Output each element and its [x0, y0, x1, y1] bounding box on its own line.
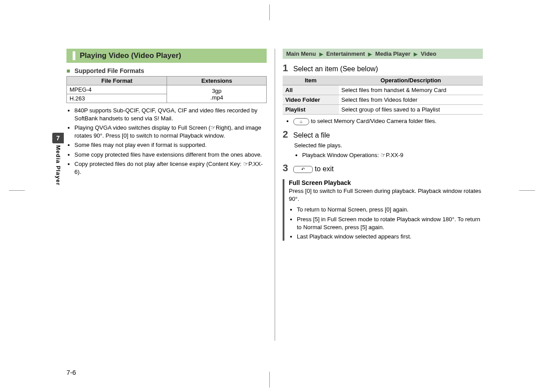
page-number: 7-6 — [66, 369, 76, 376]
crumb: Main Menu — [286, 50, 316, 57]
table-cell-extensions: 3gp .mp4 — [167, 85, 267, 103]
table-cell-format: MPEG-4 — [67, 85, 167, 94]
table-header-extensions: Extensions — [167, 77, 267, 85]
note-item: Playing QVGA video switches display to F… — [74, 124, 267, 139]
heading-accent — [73, 51, 75, 60]
crumb: Video — [421, 50, 436, 57]
step-number: 2 — [283, 129, 293, 140]
chapter-number: 7 — [52, 133, 64, 143]
crumb: Entertainment — [326, 50, 365, 57]
step-text: Select a file — [293, 131, 330, 139]
format-notes-list: 840P supports Sub-QCIF, QCIF, QVGA, CIF … — [66, 107, 267, 176]
full-screen-callout: Full Screen Playback Press [0] to switch… — [283, 179, 483, 241]
chapter-tab: 7 Media Player — [52, 133, 64, 186]
subheading-text: Supported File Formats — [74, 67, 144, 74]
ext-line-1: 3gp — [212, 88, 221, 94]
step-text: ↶ to exit — [293, 165, 334, 173]
step-3: 3 ↶ to exit — [283, 162, 483, 174]
softkey-icon: ⌂ — [293, 118, 309, 125]
chapter-label: Media Player — [55, 145, 62, 186]
desc-cell: Select group of files saved to a Playlis… — [339, 105, 483, 115]
table-cell-format: H.263 — [67, 94, 167, 103]
note-item: Last Playback window selected appears fi… — [297, 233, 483, 241]
column-divider — [275, 49, 275, 341]
note-item: Some copy protected files have extension… — [74, 151, 267, 159]
step-3-text: to exit — [315, 165, 334, 173]
callout-body: Press [0] to switch to Full Screen durin… — [289, 187, 483, 203]
file-format-table: File Format Extensions MPEG-4 3gp .mp4 H… — [66, 76, 267, 103]
desc-cell: Select files from Videos folder — [339, 95, 483, 105]
note-item: To return to Normal Screen, press [0] ag… — [297, 206, 483, 214]
left-column: Playing Video (Video Player) ■ Supported… — [66, 49, 275, 350]
note-text: to select Memory Card/Video Camera folde… — [311, 118, 437, 124]
end-key-icon: ↶ — [293, 166, 313, 173]
breadcrumb-separator-icon: ▶ — [368, 51, 372, 57]
crumb: Media Player — [375, 50, 411, 57]
note-item: ⌂ to select Memory Card/Video Camera fol… — [293, 117, 483, 125]
note-item: Some files may not play even if format i… — [74, 141, 267, 149]
step-2-notes: Playback Window Operations: ☞P.XX-9 — [294, 151, 483, 159]
post-table-note: ⌂ to select Memory Card/Video Camera fol… — [285, 117, 483, 125]
item-cell: All — [283, 85, 339, 95]
right-column: Main Menu ▶ Entertainment ▶ Media Player… — [275, 49, 483, 350]
callout-title: Full Screen Playback — [289, 179, 483, 186]
section-heading: Playing Video (Video Player) — [66, 49, 267, 63]
table-row: Video Folder Select files from Videos fo… — [283, 95, 483, 105]
item-cell: Video Folder — [283, 95, 339, 105]
step-1: 1 Select an item (See below) — [283, 62, 483, 74]
callout-bullets: To return to Normal Screen, press [0] ag… — [289, 206, 483, 240]
menu-breadcrumb: Main Menu ▶ Entertainment ▶ Media Player… — [283, 49, 483, 59]
note-item: Playback Window Operations: ☞P.XX-9 — [302, 151, 483, 159]
step-2: 2 Select a file — [283, 129, 483, 140]
step-number: 1 — [283, 62, 293, 74]
square-bullet-icon: ■ — [66, 67, 70, 74]
crop-mark — [269, 4, 270, 20]
step-text: Select an item (See below) — [293, 65, 378, 73]
subheading-supported-formats: ■ Supported File Formats — [66, 67, 267, 74]
note-item: Press [5] in Full Screen mode to rotate … — [297, 215, 483, 231]
table-row: Playlist Select group of files saved to … — [283, 105, 483, 115]
note-item: Copy protected files do not play after l… — [74, 160, 267, 176]
items-header-item: Item — [283, 76, 339, 85]
breadcrumb-separator-icon: ▶ — [414, 51, 417, 57]
step-number: 3 — [283, 162, 293, 174]
breadcrumb-separator-icon: ▶ — [319, 51, 323, 57]
table-row: All Select files from handset & Memory C… — [283, 85, 483, 95]
crop-mark — [9, 190, 25, 191]
table-header-format: File Format — [67, 77, 167, 85]
desc-cell: Select files from handset & Memory Card — [339, 85, 483, 95]
crop-mark — [269, 372, 270, 388]
heading-title: Playing Video (Video Player) — [80, 51, 181, 60]
items-header-desc: Operation/Description — [339, 76, 483, 85]
note-item: 840P supports Sub-QCIF, QCIF, QVGA, CIF … — [74, 107, 267, 122]
ext-line-2: .mp4 — [210, 94, 223, 101]
item-cell: Playlist — [283, 105, 339, 115]
crop-mark — [519, 190, 535, 191]
step-2-sub: Selected file plays. — [294, 142, 483, 149]
item-table: Item Operation/Description All Select fi… — [283, 76, 483, 115]
